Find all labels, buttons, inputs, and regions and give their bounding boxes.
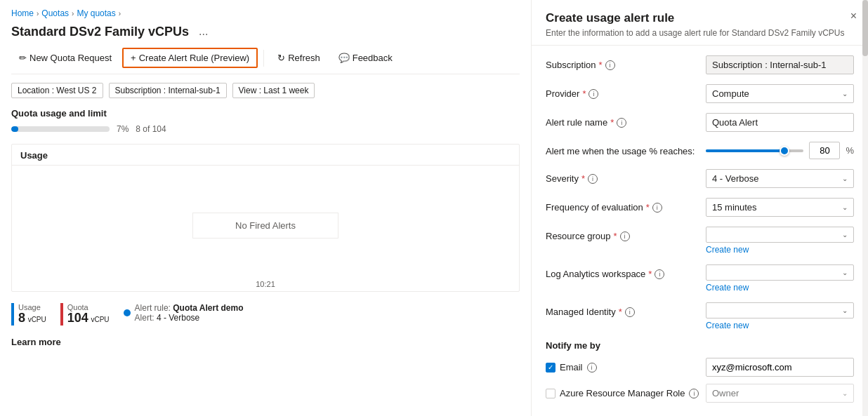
managed-identity-control: ⌄ Create new	[706, 302, 854, 330]
frequency-control: 15 minutes ⌄	[706, 198, 854, 217]
severity-label: Severity * i	[546, 169, 700, 184]
log-analytics-control: ⌄ Create new	[706, 264, 854, 293]
managed-identity-info-icon[interactable]: i	[625, 307, 635, 317]
log-analytics-select[interactable]: ⌄	[706, 264, 854, 281]
refresh-button[interactable]: ↻ Refresh	[270, 48, 328, 67]
managed-identity-label: Managed Identity * i	[546, 302, 700, 317]
arm-role-info-icon[interactable]: i	[689, 389, 699, 398]
alert-pct-label: Alert me when the usage % reaches:	[546, 142, 700, 156]
frequency-select[interactable]: 15 minutes ⌄	[706, 198, 854, 217]
toolbar-divider	[263, 50, 264, 67]
quota-legend-bar	[60, 303, 63, 326]
resource-group-label: Resource group * i	[546, 227, 700, 241]
panel-close-button[interactable]: ×	[850, 10, 857, 22]
chart-area: No Fired Alerts 10:21	[12, 165, 519, 291]
create-alert-label: Create Alert Rule (Preview)	[139, 53, 250, 63]
filter-view[interactable]: View : Last 1 week	[232, 83, 315, 98]
breadcrumb: Home › Quotas › My quotas ›	[11, 8, 520, 18]
managed-identity-required: *	[619, 307, 622, 317]
alert-dot	[124, 309, 131, 316]
alert-rule-name: Quota Alert demo	[173, 303, 243, 313]
legend-row: Usage 8 vCPU Quota 104 vCPU Alert r	[11, 297, 520, 331]
breadcrumb-quotas[interactable]: Quotas	[41, 8, 69, 18]
quota-bar-row: 7% 8 of 104	[11, 124, 520, 134]
resource-group-info-icon[interactable]: i	[620, 232, 630, 241]
severity-value: 4 - Verbose	[712, 173, 759, 184]
plus-icon: +	[131, 53, 136, 63]
resource-group-row: Resource group * i ⌄ Create new	[546, 227, 854, 255]
frequency-info-icon[interactable]: i	[652, 203, 662, 213]
provider-control: Compute ⌄	[706, 84, 854, 103]
alert-pct-control: %	[706, 142, 854, 159]
panel-subtitle: Enter the information to add a usage ale…	[546, 28, 854, 38]
chart-inner: No Fired Alerts	[12, 166, 519, 285]
subscription-info-icon[interactable]: i	[605, 60, 615, 70]
scrollbar-thumb[interactable]	[862, 0, 868, 56]
alert-rule-prefix: Alert rule:	[135, 303, 171, 313]
email-checkbox-label: Email i	[546, 362, 700, 373]
slider-value-input[interactable]	[809, 142, 840, 159]
severity-row: Severity * i 4 - Verbose ⌄	[546, 169, 854, 188]
alert-rule-name-info-icon[interactable]: i	[617, 118, 626, 128]
arm-role-checkbox[interactable]	[546, 389, 555, 398]
resource-group-create-new[interactable]: Create new	[706, 245, 854, 255]
managed-identity-select[interactable]: ⌄	[706, 302, 854, 318]
log-analytics-info-icon[interactable]: i	[655, 269, 664, 279]
feedback-button[interactable]: 💬 Feedback	[331, 48, 400, 67]
resource-group-required: *	[614, 231, 617, 241]
frequency-label: Frequency of evaluation * i	[546, 198, 700, 213]
frequency-required: *	[646, 202, 650, 213]
resource-group-chevron-icon: ⌄	[842, 231, 848, 239]
page-title: Standard DSv2 Family vCPUs	[11, 25, 189, 39]
resource-group-control: ⌄ Create new	[706, 227, 854, 255]
subscription-label: Subscription * i	[546, 55, 700, 70]
provider-chevron-icon: ⌄	[842, 90, 848, 98]
email-label-text: Email	[560, 362, 583, 373]
arm-role-chevron-icon: ⌄	[842, 389, 848, 397]
provider-info-icon[interactable]: i	[588, 89, 598, 99]
arm-role-select[interactable]: Owner ⌄	[706, 384, 854, 403]
usage-value: 8	[18, 311, 25, 325]
email-input[interactable]	[706, 358, 854, 377]
feedback-label: Feedback	[353, 53, 393, 63]
alert-rule-name-control	[706, 113, 854, 132]
legend-quota: Quota 104 vCPU	[60, 303, 110, 326]
arm-role-placeholder: Owner	[712, 388, 739, 398]
provider-value: Compute	[712, 88, 749, 99]
provider-required: *	[582, 88, 586, 99]
new-quota-request-button[interactable]: ✏ New Quota Request	[11, 48, 119, 67]
severity-chevron-icon: ⌄	[842, 175, 848, 182]
usage-legend-info: Usage 8 vCPU	[18, 303, 46, 324]
slider-track[interactable]	[706, 149, 803, 152]
quota-usage-title: Quota usage and limit	[11, 108, 520, 119]
severity-select[interactable]: 4 - Verbose ⌄	[706, 169, 854, 188]
log-analytics-create-new[interactable]: Create new	[706, 283, 854, 293]
filter-location[interactable]: Location : West US 2	[11, 83, 103, 98]
managed-identity-create-new[interactable]: Create new	[706, 321, 854, 330]
provider-label: Provider * i	[546, 84, 700, 99]
feedback-icon: 💬	[338, 53, 350, 63]
log-analytics-chevron-icon: ⌄	[842, 269, 848, 276]
filter-subscription[interactable]: Subscription : Internal-sub-1	[109, 83, 227, 98]
frequency-row: Frequency of evaluation * i 15 minutes ⌄	[546, 198, 854, 217]
filter-bar: Location : West US 2 Subscription : Inte…	[11, 83, 520, 98]
learn-more[interactable]: Learn more	[11, 337, 520, 347]
alert-rule-name-input[interactable]	[706, 113, 854, 132]
slider-thumb[interactable]	[780, 146, 789, 156]
email-checkbox[interactable]	[546, 363, 555, 373]
alert-info: Alert rule: Quota Alert demo Alert: 4 - …	[135, 303, 244, 323]
arm-role-checkbox-label: Azure Resource Manager Role i	[546, 388, 700, 398]
log-analytics-required: *	[648, 269, 652, 279]
panel-body: Subscription * i Subscription : Internal…	[532, 46, 868, 416]
alert-pct-row: Alert me when the usage % reaches: %	[546, 142, 854, 159]
resource-group-select[interactable]: ⌄	[706, 227, 854, 243]
refresh-label: Refresh	[288, 53, 320, 63]
email-info-icon[interactable]: i	[587, 363, 597, 373]
create-alert-rule-button[interactable]: + Create Alert Rule (Preview)	[122, 48, 258, 68]
breadcrumb-home[interactable]: Home	[11, 8, 34, 18]
breadcrumb-my-quotas[interactable]: My quotas	[77, 8, 115, 18]
ellipsis-button[interactable]: ...	[195, 24, 212, 39]
provider-select[interactable]: Compute ⌄	[706, 84, 854, 103]
legend-usage: Usage 8 vCPU	[11, 303, 46, 326]
severity-info-icon[interactable]: i	[588, 174, 598, 184]
